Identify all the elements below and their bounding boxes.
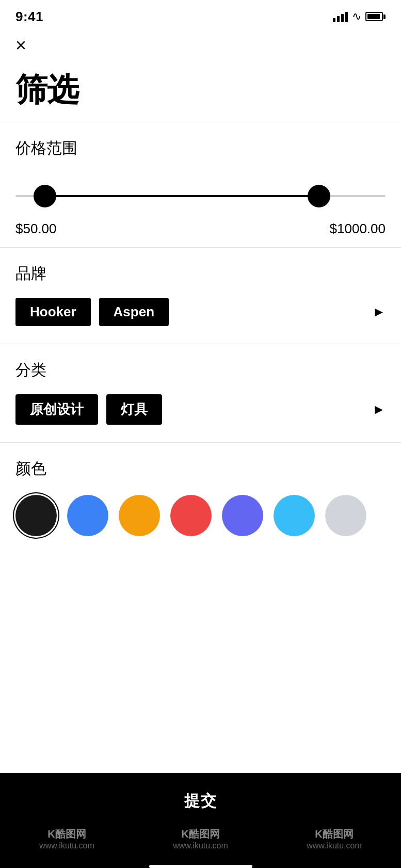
color-red[interactable] bbox=[170, 495, 212, 536]
price-slider-container[interactable] bbox=[15, 180, 386, 213]
watermark-logo-3: K酷图网 bbox=[315, 827, 353, 841]
brand-tag-aspen[interactable]: Aspen bbox=[99, 298, 169, 326]
wifi-icon: ∿ bbox=[352, 10, 361, 23]
price-range-section: 价格范围 $50.00 $1000.00 bbox=[0, 122, 401, 247]
submit-button[interactable]: 提交 bbox=[0, 773, 401, 822]
page-title: 筛选 bbox=[0, 60, 401, 122]
color-cyan[interactable] bbox=[274, 495, 315, 536]
status-bar: 9:41 ∿ bbox=[0, 0, 401, 31]
category-more-arrow[interactable]: ► bbox=[372, 401, 386, 417]
bottom-bar: 提交 K酷图网 www.ikutu.com K酷图网 www.ikutu.com… bbox=[0, 773, 401, 868]
color-section: 颜色 bbox=[0, 443, 401, 546]
category-tag-lighting[interactable]: 灯具 bbox=[106, 394, 162, 425]
watermark-1: K酷图网 www.ikutu.com bbox=[39, 827, 94, 850]
price-max-label: $1000.00 bbox=[330, 221, 386, 237]
slider-thumb-max[interactable] bbox=[308, 185, 330, 207]
category-section-title: 分类 bbox=[15, 360, 386, 381]
brand-more-arrow[interactable]: ► bbox=[372, 304, 386, 320]
watermark-3: K酷图网 www.ikutu.com bbox=[307, 827, 362, 850]
price-range-title: 价格范围 bbox=[15, 138, 386, 159]
color-purple[interactable] bbox=[222, 495, 263, 536]
category-tag-original[interactable]: 原创设计 bbox=[15, 394, 98, 425]
slider-fill bbox=[45, 195, 319, 197]
brand-section-title: 品牌 bbox=[15, 263, 386, 284]
watermark-row: K酷图网 www.ikutu.com K酷图网 www.ikutu.com K酷… bbox=[0, 822, 401, 861]
watermark-logo-1: K酷图网 bbox=[47, 827, 86, 841]
watermark-url-2: www.ikutu.com bbox=[173, 841, 228, 850]
color-orange[interactable] bbox=[119, 495, 160, 536]
price-labels: $50.00 $1000.00 bbox=[15, 221, 386, 237]
close-icon: × bbox=[15, 35, 26, 56]
brand-tag-hooker[interactable]: Hooker bbox=[15, 298, 91, 326]
slider-track bbox=[15, 195, 386, 197]
watermark-2: K酷图网 www.ikutu.com bbox=[173, 827, 228, 850]
color-black[interactable] bbox=[15, 495, 57, 536]
brand-tags-row: Hooker Aspen ► bbox=[15, 298, 386, 326]
color-blue[interactable] bbox=[67, 495, 108, 536]
slider-thumb-min[interactable] bbox=[34, 185, 56, 207]
battery-icon bbox=[365, 12, 386, 21]
price-min-label: $50.00 bbox=[15, 221, 57, 237]
watermark-url-1: www.ikutu.com bbox=[39, 841, 94, 850]
color-gray[interactable] bbox=[325, 495, 366, 536]
status-icons: ∿ bbox=[333, 10, 386, 23]
home-indicator bbox=[149, 865, 252, 868]
brand-section: 品牌 Hooker Aspen ► bbox=[0, 248, 401, 344]
color-circles-row bbox=[15, 495, 386, 536]
signal-icon bbox=[333, 11, 348, 22]
color-section-title: 颜色 bbox=[15, 458, 386, 479]
watermark-logo-2: K酷图网 bbox=[181, 827, 219, 841]
category-tags-row: 原创设计 灯具 ► bbox=[15, 394, 386, 425]
watermark-url-3: www.ikutu.com bbox=[307, 841, 362, 850]
status-time: 9:41 bbox=[15, 9, 43, 25]
close-button[interactable]: × bbox=[0, 31, 401, 60]
category-section: 分类 原创设计 灯具 ► bbox=[0, 344, 401, 442]
